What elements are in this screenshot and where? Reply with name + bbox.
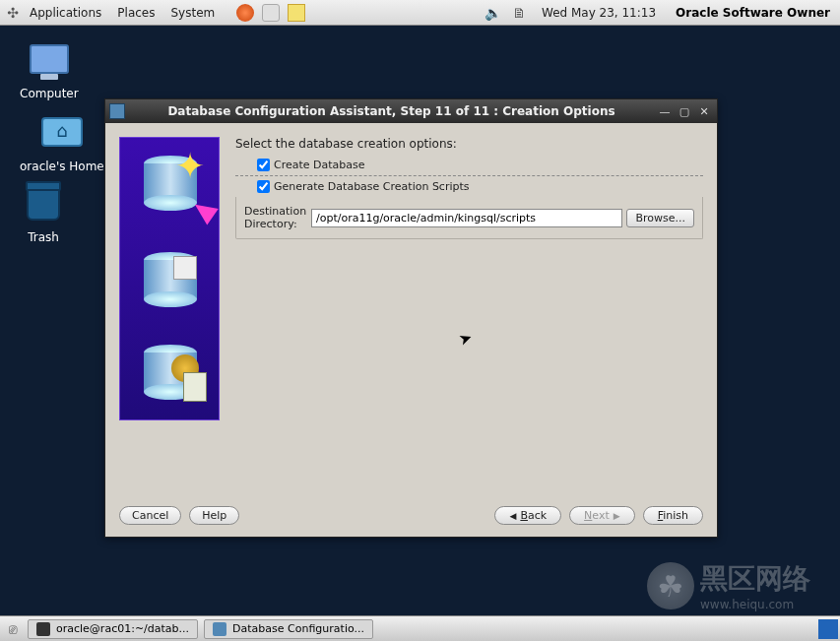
window-maximize-button[interactable]: ▢ xyxy=(676,103,693,119)
top-menu-bar: ✣ Applications Places System 🔈 🗎 Wed May… xyxy=(0,0,840,26)
destination-panel: Destination Directory: Browse... xyxy=(235,197,703,239)
tool-panel-icon[interactable] xyxy=(262,4,280,22)
watermark: ☘ 黑区网络 www.heiqu.com xyxy=(647,560,810,611)
desktop-trash[interactable]: Trash xyxy=(20,179,67,244)
desktop-home[interactable]: oracle's Home xyxy=(20,108,104,173)
title-bar[interactable]: Database Configuration Assistant, Step 1… xyxy=(105,99,717,123)
watermark-icon: ☘ xyxy=(647,562,694,609)
clock[interactable]: Wed May 23, 11:13 xyxy=(536,6,662,20)
back-button[interactable]: Back xyxy=(494,506,561,525)
taskbar-item-label: Database Configuratio... xyxy=(232,622,364,635)
show-desktop-icon[interactable]: ⎚ xyxy=(4,620,22,638)
desktop-computer[interactable]: Computer xyxy=(20,35,79,100)
script-paper-icon xyxy=(183,372,207,402)
firefox-icon[interactable] xyxy=(236,4,254,22)
volume-icon[interactable]: 🔈 xyxy=(485,4,502,22)
taskbar-item-label: oracle@rac01:~/datab... xyxy=(56,622,189,635)
create-database-checkbox[interactable] xyxy=(257,159,270,171)
doc-tray-icon[interactable]: 🗎 xyxy=(510,4,528,22)
wizard-side-image: ✦ xyxy=(119,137,220,420)
gen-scripts-checkbox[interactable] xyxy=(257,180,270,193)
computer-icon xyxy=(30,44,69,74)
star-icon: ✦ xyxy=(175,146,205,186)
terminal-icon xyxy=(36,622,50,636)
dbca-window: Database Configuration Assistant, Step 1… xyxy=(104,98,718,538)
next-button: Next xyxy=(569,506,635,525)
taskbar-item-terminal[interactable]: oracle@rac01:~/datab... xyxy=(28,619,198,639)
menu-places[interactable]: Places xyxy=(109,3,162,23)
note-icon[interactable] xyxy=(288,4,305,22)
dbca-app-icon xyxy=(213,622,226,636)
home-folder-icon xyxy=(41,117,83,147)
wizard-button-bar: Cancel Help Back Next Finish xyxy=(105,498,717,537)
page-heading: Select the database creation options: xyxy=(235,137,703,151)
gen-scripts-row[interactable]: Generate Database Creation Scripts xyxy=(257,180,703,193)
finish-button[interactable]: Finish xyxy=(643,506,703,525)
destination-input[interactable] xyxy=(311,209,622,227)
taskbar-item-dbca[interactable]: Database Configuratio... xyxy=(204,619,373,639)
watermark-url: www.heiqu.com xyxy=(700,598,810,611)
desktop-label: Trash xyxy=(28,230,59,244)
apps-icon[interactable]: ✣ xyxy=(4,4,22,22)
menu-applications[interactable]: Applications xyxy=(22,3,109,23)
destination-label: Destination Directory: xyxy=(244,205,307,230)
help-button[interactable]: Help xyxy=(189,506,239,525)
trash-icon xyxy=(27,185,60,221)
menu-system[interactable]: System xyxy=(162,3,223,23)
create-database-row[interactable]: Create Database xyxy=(257,159,703,171)
desktop-label: oracle's Home xyxy=(20,160,104,173)
create-database-label: Create Database xyxy=(274,159,365,171)
workspace-switcher[interactable] xyxy=(818,619,838,639)
user-name[interactable]: Oracle Software Owner xyxy=(670,6,836,20)
cancel-button[interactable]: Cancel xyxy=(119,506,181,525)
window-app-icon xyxy=(109,103,125,119)
window-title: Database Configuration Assistant, Step 1… xyxy=(129,104,654,118)
window-minimize-button[interactable]: — xyxy=(656,103,674,119)
desktop-label: Computer xyxy=(20,87,79,100)
watermark-brand: 黑区网络 xyxy=(700,560,810,598)
window-close-button[interactable]: ✕ xyxy=(695,103,713,119)
browse-button[interactable]: Browse... xyxy=(626,209,694,227)
gen-scripts-label: Generate Database Creation Scripts xyxy=(274,180,470,193)
disk-icon xyxy=(173,256,197,280)
bottom-taskbar: ⎚ oracle@rac01:~/datab... Database Confi… xyxy=(0,615,840,641)
